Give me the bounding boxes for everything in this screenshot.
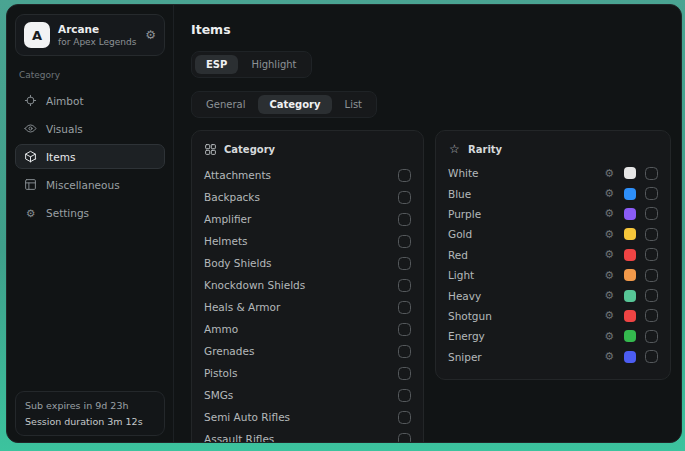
gear-icon[interactable]: ⚙: [604, 168, 614, 179]
gear-icon[interactable]: ⚙: [604, 351, 614, 362]
category-grid-icon: [204, 143, 217, 156]
sidebar-item-miscellaneous[interactable]: Miscellaneous: [15, 172, 165, 197]
rarity-panel-title: Rarity: [468, 144, 502, 155]
checkbox[interactable]: [645, 228, 658, 241]
category-row[interactable]: Semi Auto Rifles: [204, 406, 411, 428]
category-row[interactable]: Body Shields: [204, 252, 411, 274]
color-swatch[interactable]: [624, 269, 636, 281]
sidebar-item-settings[interactable]: ⚙Settings: [15, 200, 165, 225]
rarity-row[interactable]: Gold⚙: [448, 224, 658, 244]
gear-icon[interactable]: ⚙: [604, 331, 614, 342]
brand-card: A Arcane for Apex Legends ⚙: [15, 14, 165, 56]
color-swatch[interactable]: [624, 351, 636, 363]
tab-category[interactable]: Category: [258, 95, 331, 114]
category-row-label: Body Shields: [204, 257, 398, 269]
checkbox[interactable]: [398, 301, 411, 314]
rarity-row[interactable]: Sniper⚙: [448, 347, 658, 367]
rarity-row-label: Heavy: [448, 290, 604, 302]
color-swatch[interactable]: [624, 290, 636, 302]
toggle-highlight[interactable]: Highlight: [240, 55, 307, 74]
checkbox[interactable]: [645, 350, 658, 363]
gear-icon[interactable]: ⚙: [604, 290, 614, 301]
layout-icon: [24, 178, 37, 191]
checkbox[interactable]: [398, 279, 411, 292]
category-row[interactable]: Amplifier: [204, 208, 411, 230]
checkbox[interactable]: [645, 187, 658, 200]
checkbox[interactable]: [398, 191, 411, 204]
checkbox[interactable]: [645, 167, 658, 180]
gear-icon[interactable]: ⚙: [604, 208, 614, 219]
rarity-row-label: Gold: [448, 228, 604, 240]
gear-icon[interactable]: ⚙: [604, 249, 614, 260]
gear-icon[interactable]: ⚙: [604, 310, 614, 321]
checkbox[interactable]: [645, 269, 658, 282]
color-swatch[interactable]: [624, 249, 636, 261]
sidebar-item-aimbot[interactable]: Aimbot: [15, 88, 165, 113]
category-row[interactable]: Grenades: [204, 340, 411, 362]
checkbox[interactable]: [398, 323, 411, 336]
esp-highlight-toggle-group: ESPHighlight: [191, 51, 312, 78]
checkbox[interactable]: [398, 345, 411, 358]
rarity-row[interactable]: Heavy⚙: [448, 285, 658, 305]
checkbox[interactable]: [398, 257, 411, 270]
gear-icon[interactable]: ⚙: [604, 229, 614, 240]
category-row[interactable]: Backpacks: [204, 186, 411, 208]
rarity-row-label: Light: [448, 269, 604, 281]
checkbox[interactable]: [398, 433, 411, 444]
rarity-row[interactable]: Red⚙: [448, 245, 658, 265]
category-row[interactable]: Helmets: [204, 230, 411, 252]
session-duration-text: Session duration 3m 12s: [25, 416, 155, 427]
tab-list[interactable]: List: [334, 95, 373, 114]
category-row[interactable]: Attachments: [204, 164, 411, 186]
checkbox[interactable]: [398, 411, 411, 424]
rarity-row-label: Sniper: [448, 351, 604, 363]
checkbox[interactable]: [645, 289, 658, 302]
sidebar-item-visuals[interactable]: Visuals: [15, 116, 165, 141]
checkbox[interactable]: [398, 367, 411, 380]
checkbox[interactable]: [398, 169, 411, 182]
checkbox[interactable]: [645, 309, 658, 322]
checkbox[interactable]: [645, 248, 658, 261]
color-swatch[interactable]: [624, 208, 636, 220]
tab-bar: GeneralCategoryList: [191, 91, 377, 118]
brand-text: Arcane for Apex Legends: [58, 23, 137, 47]
category-panel: Category AttachmentsBackpacksAmplifierHe…: [191, 130, 424, 443]
gear-icon[interactable]: ⚙: [145, 28, 156, 42]
color-swatch[interactable]: [624, 310, 636, 322]
rarity-row[interactable]: Purple⚙: [448, 204, 658, 224]
category-row-label: SMGs: [204, 389, 398, 401]
checkbox[interactable]: [398, 213, 411, 226]
gear-icon[interactable]: ⚙: [604, 270, 614, 281]
category-row-label: Helmets: [204, 235, 398, 247]
checkbox[interactable]: [398, 389, 411, 402]
rarity-row[interactable]: White⚙: [448, 163, 658, 183]
color-swatch[interactable]: [624, 188, 636, 200]
category-row[interactable]: Assault Rifles: [204, 428, 411, 443]
checkbox[interactable]: [645, 207, 658, 220]
category-row[interactable]: Knockdown Shields: [204, 274, 411, 296]
category-row-label: Backpacks: [204, 191, 398, 203]
rarity-row[interactable]: Blue⚙: [448, 183, 658, 203]
category-panel-title: Category: [224, 144, 275, 155]
toggle-esp[interactable]: ESP: [195, 55, 238, 74]
tab-general[interactable]: General: [195, 95, 256, 114]
color-swatch[interactable]: [624, 330, 636, 342]
category-row-label: Attachments: [204, 169, 398, 181]
color-swatch[interactable]: [624, 167, 636, 179]
category-row-label: Assault Rifles: [204, 433, 398, 443]
rarity-row-label: Purple: [448, 208, 604, 220]
category-row[interactable]: Heals & Armor: [204, 296, 411, 318]
checkbox[interactable]: [398, 235, 411, 248]
rarity-row-label: Energy: [448, 330, 604, 342]
gear-icon[interactable]: ⚙: [604, 188, 614, 199]
category-row[interactable]: SMGs: [204, 384, 411, 406]
checkbox[interactable]: [645, 330, 658, 343]
sidebar-nav: AimbotVisualsItemsMiscellaneous⚙Settings: [15, 88, 165, 225]
category-row[interactable]: Pistols: [204, 362, 411, 384]
sidebar-item-items[interactable]: Items: [15, 144, 165, 169]
rarity-row[interactable]: Energy⚙: [448, 326, 658, 346]
rarity-row[interactable]: Light⚙: [448, 265, 658, 285]
color-swatch[interactable]: [624, 228, 636, 240]
category-row[interactable]: Ammo: [204, 318, 411, 340]
rarity-row[interactable]: Shotgun⚙: [448, 306, 658, 326]
